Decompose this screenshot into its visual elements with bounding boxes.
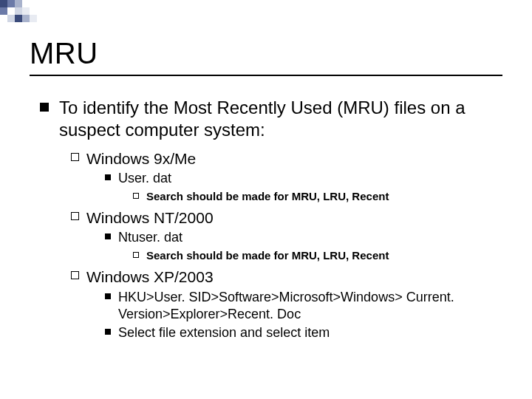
- step-item: HKU>User. SID>Software>Microsoft>Windows…: [105, 289, 502, 324]
- main-point-text: To identify the Most Recently Used (MRU)…: [59, 97, 502, 141]
- title-rule: [30, 75, 502, 76]
- note-text: Search should be made for MRU, LRU, Rece…: [146, 248, 389, 263]
- slide-content: MRU To identify the Most Recently Used (…: [0, 0, 532, 358]
- os-label: Windows NT/2000: [86, 208, 214, 228]
- os-label: Windows 9x/Me: [86, 149, 196, 168]
- os-section: Windows XP/2003: [71, 267, 502, 287]
- step-item: Select file extension and select item: [105, 324, 502, 341]
- note-item: Search should be made for MRU, LRU, Rece…: [133, 248, 502, 263]
- note-text: Search should be made for MRU, LRU, Rece…: [146, 189, 389, 204]
- corner-decoration: [0, 0, 59, 22]
- file-item: Ntuser. dat: [105, 229, 502, 246]
- hollow-square-bullet-icon: [71, 271, 79, 279]
- step-text: Select file extension and select item: [118, 324, 330, 341]
- square-bullet-icon: [40, 103, 49, 112]
- small-square-bullet-icon: [105, 329, 111, 335]
- small-square-bullet-icon: [105, 174, 111, 180]
- os-section: Windows 9x/Me: [71, 149, 502, 168]
- os-label: Windows XP/2003: [86, 267, 214, 287]
- hollow-small-square-bullet-icon: [133, 252, 139, 258]
- os-section: Windows NT/2000: [71, 208, 502, 228]
- file-label: User. dat: [118, 170, 171, 187]
- step-text: HKU>User. SID>Software>Microsoft>Windows…: [118, 289, 502, 324]
- slide-title: MRU: [30, 37, 502, 70]
- file-label: Ntuser. dat: [118, 229, 183, 246]
- small-square-bullet-icon: [105, 233, 111, 239]
- hollow-square-bullet-icon: [71, 212, 79, 220]
- main-point: To identify the Most Recently Used (MRU)…: [40, 97, 502, 141]
- hollow-small-square-bullet-icon: [133, 193, 139, 199]
- hollow-square-bullet-icon: [71, 153, 79, 161]
- small-square-bullet-icon: [105, 293, 111, 299]
- file-item: User. dat: [105, 170, 502, 187]
- note-item: Search should be made for MRU, LRU, Rece…: [133, 189, 502, 204]
